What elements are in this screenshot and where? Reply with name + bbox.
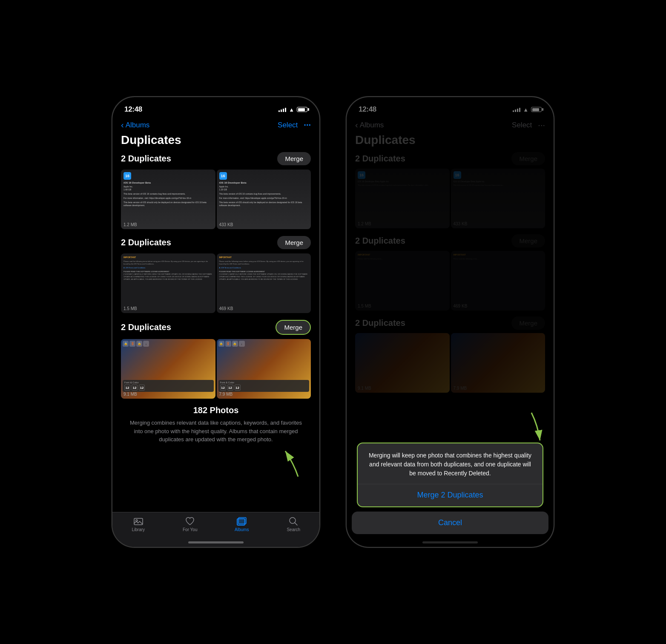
- photo-size-1b: 433 KB: [219, 222, 233, 227]
- svg-line-7: [295, 523, 297, 525]
- tab-albums[interactable]: Albums: [216, 517, 268, 532]
- merge-button-2[interactable]: Merge: [277, 236, 311, 249]
- phone-2: 12:48 ▲ ‹ Albums Select: [346, 96, 554, 548]
- tab-library[interactable]: Library: [112, 517, 164, 532]
- tab-search[interactable]: Search: [268, 517, 320, 532]
- photo-thumb-3b[interactable]: 🔒 🚪 🔓 ↓ Font & Color 12 12 12: [217, 339, 311, 399]
- merge-dialog: Merging will keep one photo that combine…: [357, 443, 543, 508]
- photo-size-2b: 469 KB: [219, 306, 233, 311]
- for-you-icon: [184, 517, 195, 526]
- library-icon: [133, 517, 144, 526]
- page-title: Duplicates: [112, 133, 319, 152]
- select-button[interactable]: Select: [278, 121, 298, 129]
- tab-search-label: Search: [287, 527, 300, 532]
- phone-2-screen: 12:48 ▲ ‹ Albums Select: [347, 97, 554, 547]
- tab-for-you[interactable]: For You: [164, 517, 216, 532]
- photo-count: 182 Photos: [121, 405, 311, 415]
- notch: [184, 97, 248, 111]
- more-button[interactable]: ···: [304, 120, 311, 130]
- photos-row-2: IMPORTANT Please read the following term…: [121, 253, 311, 313]
- merge-button-3[interactable]: Merge: [276, 320, 311, 335]
- home-indicator: [188, 541, 244, 543]
- dup-group-2-title: 2 Duplicates: [121, 238, 171, 247]
- photos-row-3: 🔒 🚪 🔓 ↓ Font & Color 12 12 12: [121, 339, 311, 399]
- bottom-info: 182 Photos Merging combines relevant dat…: [112, 405, 319, 444]
- merge-button-1[interactable]: Merge: [277, 152, 311, 165]
- cancel-button[interactable]: Cancel: [352, 512, 548, 534]
- battery-icon: [297, 107, 307, 112]
- dialog-message: Merging will keep one photo that combine…: [358, 443, 543, 484]
- photo-thumb-1b[interactable]: 16 iOS 16 Developer Beta Apple Inc. 1.20…: [217, 170, 311, 229]
- duplicate-group-3: 2 Duplicates Merge 🔒 🚪 🔓 ↓: [112, 320, 319, 405]
- photo-thumb-2b[interactable]: IMPORTANT Please read the following term…: [217, 253, 311, 313]
- photo-thumb-3a[interactable]: 🔒 🚪 🔓 ↓ Font & Color 12 12 12: [121, 339, 215, 399]
- duplicate-group-2: 2 Duplicates Merge IMPORTANT Please read…: [112, 236, 319, 320]
- scroll-content[interactable]: 2 Duplicates Merge 16 iOS 16 Developer B…: [112, 152, 319, 529]
- back-button[interactable]: ‹ Albums: [121, 121, 149, 130]
- tab-library-label: Library: [132, 527, 145, 532]
- back-chevron-icon: ‹: [121, 120, 124, 130]
- photo-description: Merging combines relevant data like capt…: [121, 419, 311, 444]
- status-icons: ▲: [278, 106, 307, 113]
- photo-size-3b: 7.9 MB: [219, 392, 233, 397]
- photo-size-2a: 1.5 MB: [123, 306, 137, 311]
- tab-for-you-label: For You: [183, 527, 197, 532]
- duplicate-group-1: 2 Duplicates Merge 16 iOS 16 Developer B…: [112, 152, 319, 236]
- dialog-overlay: Merging will keep one photo that combine…: [347, 97, 554, 547]
- photo-size-3a: 9.1 MB: [123, 392, 137, 397]
- nav-bar: ‹ Albums Select ···: [112, 118, 319, 133]
- dup-group-1-title: 2 Duplicates: [121, 154, 171, 164]
- svg-rect-5: [237, 519, 245, 525]
- signal-icon: [278, 107, 286, 112]
- photo-size-1a: 1.2 MB: [123, 222, 137, 227]
- albums-icon: [236, 517, 247, 526]
- status-time: 12:48: [124, 105, 142, 114]
- dup-group-3-title: 2 Duplicates: [121, 322, 171, 332]
- wifi-icon: ▲: [289, 106, 294, 113]
- photo-thumb-1a[interactable]: 16 iOS 16 Developer Beta Apple Inc. 1.68…: [121, 170, 215, 229]
- svg-rect-1: [134, 518, 143, 525]
- nav-actions: Select ···: [278, 120, 311, 130]
- tab-albums-label: Albums: [235, 527, 249, 532]
- photo-thumb-2a[interactable]: IMPORTANT Please read the following term…: [121, 253, 215, 313]
- phone-1-screen: 12:48 ▲ ‹ Albums Select: [112, 97, 319, 547]
- search-icon: [288, 517, 299, 526]
- back-label: Albums: [126, 121, 150, 129]
- merge-duplicates-button[interactable]: Merge 2 Duplicates: [358, 484, 543, 506]
- phone-1: 12:48 ▲ ‹ Albums Select: [112, 96, 320, 548]
- photos-row-1: 16 iOS 16 Developer Beta Apple Inc. 1.68…: [121, 170, 311, 229]
